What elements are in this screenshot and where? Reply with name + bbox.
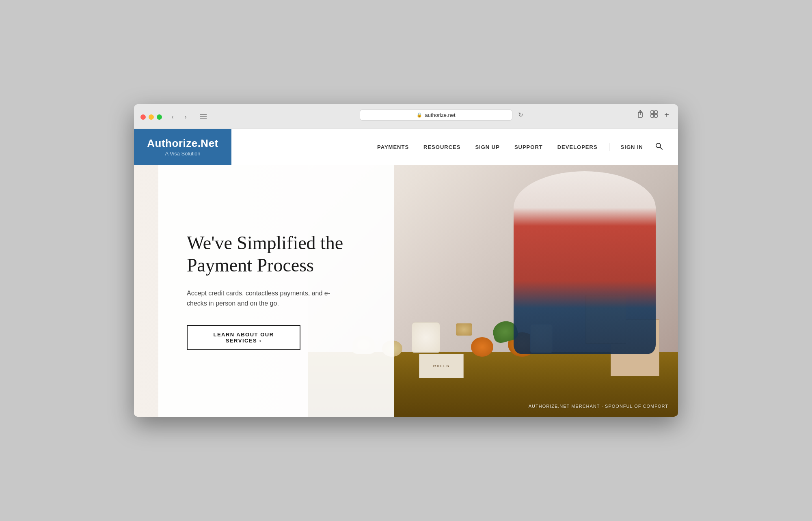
person-silhouette: [514, 171, 656, 354]
share-button[interactable]: [634, 109, 646, 121]
logo-tagline: A Visa Solution: [165, 151, 200, 157]
browser-window: ‹ › 🔒 authorize.net ↻: [134, 104, 678, 417]
nav-buttons: ‹ ›: [167, 112, 191, 121]
maximize-button[interactable]: [157, 114, 162, 120]
pumpkin-small: [471, 337, 493, 357]
svg-rect-6: [651, 114, 654, 117]
lock-icon: 🔒: [417, 112, 422, 118]
svg-rect-0: [200, 114, 207, 115]
minimize-button[interactable]: [149, 114, 154, 120]
main-nav: PAYMENTS RESOURCES SIGN UP SUPPORT DEVEL…: [231, 129, 678, 165]
address-bar[interactable]: 🔒 authorize.net: [360, 110, 513, 121]
hero-caption: AUTHORIZE.NET MERCHANT - SPOONFUL OF COM…: [529, 404, 668, 409]
browser-chrome: ‹ › 🔒 authorize.net ↻: [134, 104, 678, 129]
svg-point-8: [656, 143, 661, 148]
rolls-box: ROLLS: [419, 354, 464, 378]
svg-rect-5: [654, 111, 657, 114]
plus-button[interactable]: +: [662, 109, 672, 121]
nav-developers[interactable]: DEVELOPERS: [552, 141, 603, 153]
sidebar-button[interactable]: [198, 112, 209, 121]
logo-area[interactable]: Authorize.Net A Visa Solution: [134, 129, 231, 165]
close-button[interactable]: [140, 114, 146, 120]
nav-signup[interactable]: SIGN UP: [469, 141, 505, 153]
nav-payments[interactable]: PAYMENTS: [371, 141, 415, 153]
svg-rect-7: [654, 114, 657, 117]
nav-resources[interactable]: RESOURCES: [418, 141, 466, 153]
website-content: Authorize.Net A Visa Solution PAYMENTS R…: [134, 129, 678, 417]
jar-item: [412, 322, 440, 353]
hero-subtext: Accept credit cards, contactless payment…: [187, 288, 341, 309]
crackers-item: [456, 323, 472, 336]
url-text: authorize.net: [425, 112, 455, 118]
new-tab-button[interactable]: [648, 109, 660, 121]
svg-line-9: [660, 147, 662, 149]
svg-rect-4: [651, 111, 654, 114]
hero-heading: We've Simplified the Payment Process: [187, 232, 365, 276]
cta-button[interactable]: LEARN ABOUT OUR SERVICES ›: [187, 325, 300, 350]
search-button[interactable]: [652, 139, 666, 155]
back-button[interactable]: ‹: [167, 112, 178, 121]
site-header: Authorize.Net A Visa Solution PAYMENTS R…: [134, 129, 678, 165]
hero-content-box: We've Simplified the Payment Process Acc…: [158, 165, 394, 417]
hero-section: ROLLS We've Simplified the P: [134, 165, 678, 417]
nav-signin[interactable]: SIGN IN: [615, 141, 649, 153]
browser-titlebar: ‹ › 🔒 authorize.net ↻: [140, 109, 672, 125]
reload-button[interactable]: ↻: [516, 111, 526, 118]
svg-rect-1: [200, 116, 207, 117]
nav-support[interactable]: SUPPORT: [509, 141, 549, 153]
traffic-lights: [140, 114, 162, 120]
nav-divider: [609, 143, 609, 151]
svg-rect-2: [200, 118, 207, 119]
logo-name: Authorize.Net: [147, 137, 218, 150]
forward-button[interactable]: ›: [180, 112, 191, 121]
